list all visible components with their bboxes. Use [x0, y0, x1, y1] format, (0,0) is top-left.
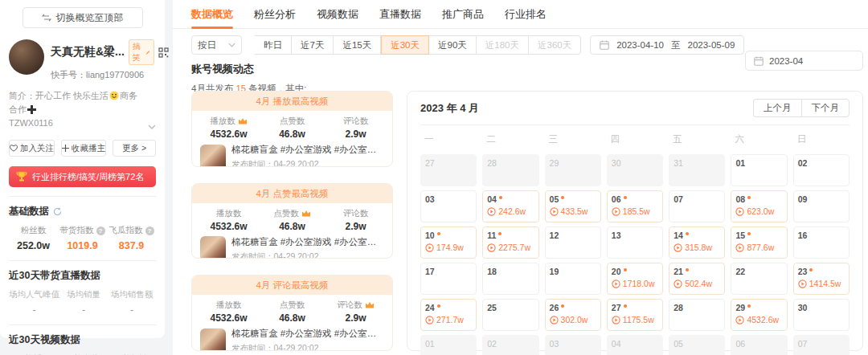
calendar-day[interactable]: 16 — [793, 226, 850, 259]
calendar-day[interactable]: 27 — [420, 154, 477, 186]
video-dot — [561, 196, 564, 199]
calendar-day[interactable]: 24 271.7w — [420, 299, 477, 331]
crown-icon — [238, 117, 248, 125]
info-icon[interactable]: ? — [145, 226, 154, 235]
date-range-picker[interactable]: 2023-04-10 至 2023-05-09 — [590, 35, 744, 55]
calendar-day[interactable]: 11 2275.7w — [482, 226, 538, 259]
day-play-count: 877.6w — [735, 243, 786, 252]
video-title[interactable]: 棉花糖盲盒 #办公室游戏 #办公室搞笑 — [231, 236, 384, 248]
calendar-day[interactable]: 01 — [420, 335, 477, 355]
calendar-day[interactable]: 30 — [793, 299, 850, 331]
calendar-day[interactable]: 15 877.6w — [731, 226, 787, 259]
calendar-day[interactable]: 07 — [793, 335, 850, 355]
video-thumbnail[interactable] — [200, 236, 226, 259]
calendar-day[interactable]: 08 623.0w — [731, 190, 787, 222]
tab[interactable]: 数据概览 — [191, 0, 233, 29]
refresh-icon[interactable] — [53, 207, 62, 216]
more-button[interactable]: 更多 > — [113, 140, 156, 157]
calendar-day[interactable]: 10 174.9w — [420, 226, 477, 259]
stat-value: 1019.9 — [58, 240, 107, 251]
calendar-day[interactable]: 30 — [607, 154, 663, 186]
calendar-day[interactable]: 17 — [420, 263, 477, 295]
industry-ranking-banner[interactable]: 行业排行榜/搞笑/周榜第72名 — [9, 166, 156, 187]
calendar-day[interactable]: 19 — [545, 263, 601, 295]
chevron-down-icon[interactable] — [148, 124, 156, 129]
play-circle-icon — [674, 280, 682, 288]
qr-code-icon[interactable] — [158, 47, 169, 58]
calendar-day[interactable]: 09 — [793, 190, 850, 222]
calendar-day[interactable]: 28 — [669, 299, 725, 331]
video-dot — [624, 304, 627, 308]
follow-button[interactable]: 加入关注 — [9, 140, 55, 157]
tab[interactable]: 直播数据 — [379, 0, 421, 29]
play-circle-icon — [735, 207, 744, 216]
calendar-day[interactable]: 29 4532.6w — [731, 299, 787, 331]
top-comment-video-card[interactable]: 4月 评论最高视频 播放数 4532.6w 点赞数 46.8w — [191, 275, 393, 351]
play-circle-icon — [612, 280, 620, 288]
range-button[interactable]: 近90天 — [429, 35, 477, 55]
calendar-day[interactable]: 02 — [793, 154, 850, 186]
range-button[interactable]: 近180天 — [477, 35, 529, 55]
end-date: 2023-05-09 — [688, 40, 735, 50]
range-button[interactable]: 近360天 — [529, 35, 581, 55]
calendar-day[interactable]: 12 — [545, 226, 601, 259]
calendar-day[interactable]: 25 — [482, 299, 538, 331]
switch-overview-button[interactable]: 切换概览至顶部 — [23, 7, 143, 28]
video-thumbnail[interactable] — [200, 328, 226, 351]
calendar-day[interactable]: 02 — [482, 335, 538, 355]
calendar-day[interactable]: 31 — [669, 154, 725, 186]
granularity-select[interactable]: 按日 — [191, 35, 242, 55]
calendar-day[interactable]: 20 1718.0w — [607, 263, 663, 295]
calendar-day[interactable]: 01 — [731, 154, 787, 186]
range-button[interactable]: 近7天 — [292, 35, 334, 55]
month-picker[interactable]: 2023-04 — [745, 51, 863, 71]
calendar-day[interactable]: 04 242.6w — [482, 190, 538, 222]
play-circle-icon — [425, 243, 434, 252]
favorite-button[interactable]: 收藏播主 — [61, 140, 106, 157]
calendar-day[interactable]: 05 — [669, 335, 725, 355]
calendar-day[interactable]: 06 185.5w — [607, 190, 663, 222]
video-title[interactable]: 棉花糖盲盒 #办公室游戏 #办公室搞笑 — [231, 328, 384, 340]
card-header: 4月 播放最高视频 — [192, 92, 392, 111]
day-play-count: 1718.0w — [612, 279, 662, 288]
video-dot — [499, 196, 502, 199]
calendar-title: 2023 年 4 月 — [420, 101, 479, 116]
prev-month-button[interactable]: 上个月 — [753, 99, 801, 117]
avatar[interactable] — [9, 39, 44, 75]
calendar-day[interactable]: 27 1175.5w — [607, 299, 663, 331]
calendar-day[interactable]: 04 — [607, 335, 663, 355]
top-like-video-card[interactable]: 4月 点赞最高视频 播放数 4532.6w 点赞数 46.8w — [191, 183, 393, 259]
calendar-day[interactable]: 18 — [482, 263, 538, 295]
calendar-day[interactable]: 03 — [545, 335, 601, 355]
calendar-day[interactable]: 29 — [545, 154, 601, 186]
next-month-button[interactable]: 下个月 — [801, 99, 850, 117]
calendar-day[interactable]: 06 — [731, 335, 787, 355]
calendar-day[interactable]: 23 1414.5w — [793, 263, 850, 295]
divider — [9, 324, 156, 325]
video-thumbnail[interactable] — [200, 145, 226, 167]
top-play-video-card[interactable]: 4月 播放最高视频 播放数 4532.6w 点赞数 46.8w — [191, 91, 393, 167]
tab[interactable]: 行业排名 — [505, 0, 547, 29]
calendar-day[interactable]: 03 — [420, 190, 477, 222]
calendar-day[interactable]: 22 — [731, 263, 787, 295]
calendar-day[interactable]: 13 — [607, 226, 663, 259]
range-button[interactable]: 近15天 — [334, 35, 381, 55]
calendar-day[interactable]: 14 315.8w — [669, 226, 725, 259]
tab[interactable]: 推广商品 — [442, 0, 484, 29]
tab[interactable]: 视频数据 — [317, 0, 358, 29]
calendar-day[interactable]: 05 433.5w — [545, 190, 601, 222]
weekday-label: 五 — [669, 132, 725, 148]
range-button[interactable]: 昨日 — [255, 35, 292, 55]
tab[interactable]: 粉丝分析 — [254, 0, 296, 29]
stat-value: - — [9, 304, 59, 316]
video-title[interactable]: 棉花糖盲盒 #办公室游戏 #办公室搞笑 — [231, 144, 384, 156]
info-icon[interactable]: ? — [96, 226, 105, 235]
category-tag[interactable]: 搞笑 — [129, 39, 154, 65]
calendar-day[interactable]: 07 — [669, 190, 725, 222]
calendar-day[interactable]: 26 302.0w — [545, 299, 601, 331]
calendar-day[interactable]: 28 — [482, 154, 538, 186]
stat: 点赞数 46.8w — [260, 116, 324, 140]
calendar-day[interactable]: 21 502.4w — [669, 263, 725, 295]
range-button[interactable]: 近30天 — [381, 35, 429, 55]
stat: 评论数 2.9w — [324, 208, 387, 232]
